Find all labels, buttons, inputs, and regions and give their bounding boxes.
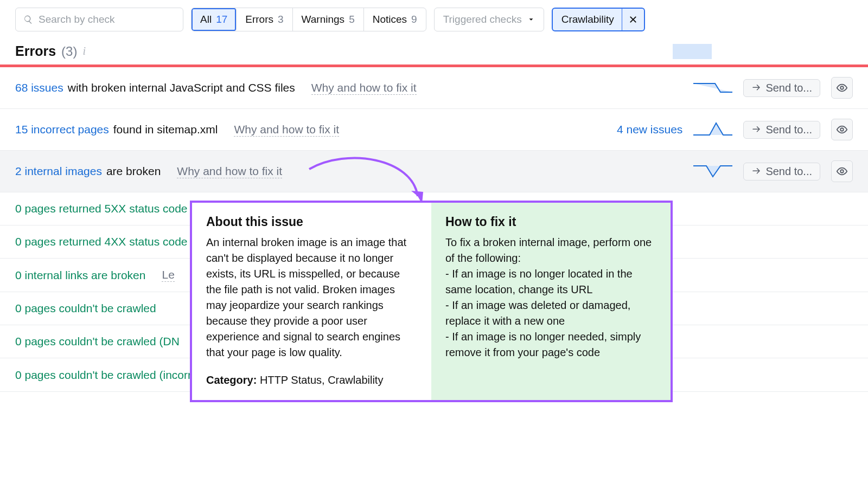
issue-link[interactable]: 0 internal links are broken [15, 269, 145, 282]
info-icon[interactable]: i [82, 45, 86, 57]
issue-details-popover: About this issue An internal broken imag… [190, 201, 673, 392]
popover-about-title: About this issue [206, 215, 417, 229]
share-arrow-icon [751, 166, 761, 176]
eye-icon [836, 124, 848, 136]
send-to-button[interactable]: Send to... [743, 121, 820, 139]
view-button[interactable] [831, 160, 853, 182]
filter-chip-crawlability[interactable]: Crawlability [552, 8, 645, 31]
send-to-button[interactable]: Send to... [743, 79, 820, 97]
issue-text: 68 issueswith broken internal JavaScript… [15, 81, 590, 95]
search-icon [23, 15, 33, 24]
issue-description: found in sitemap.xml [113, 123, 218, 136]
popover-howtofix: How to fix it To fix a broken internal i… [431, 203, 671, 392]
section-count: (3) [61, 44, 77, 59]
tab-errors[interactable]: Errors 3 [237, 8, 292, 31]
popover-fix-item: - If an image is no longer needed, simpl… [445, 329, 656, 360]
svg-point-1 [840, 128, 844, 131]
popover-fix-item: - If an image was deleted or damaged, re… [445, 298, 656, 329]
toolbar: Search by check All 17 Errors 3 Warnings… [0, 0, 868, 41]
why-and-how-link[interactable]: Why and how to fix it [234, 123, 339, 137]
svg-point-2 [840, 170, 844, 173]
search-input[interactable]: Search by check [15, 8, 183, 31]
issue-link[interactable]: 0 pages couldn't be crawled (DN [15, 335, 180, 348]
new-issues-count[interactable]: 4 new issues [601, 123, 682, 136]
issue-description: with broken internal JavaScript and CSS … [68, 81, 295, 94]
popover-fix-title: How to fix it [445, 215, 656, 229]
issue-link[interactable]: 0 pages couldn't be crawled [15, 302, 156, 315]
chevron-down-icon [527, 16, 535, 23]
popover-about: About this issue An internal broken imag… [192, 203, 431, 392]
eye-icon [836, 82, 848, 94]
search-placeholder: Search by check [39, 14, 114, 25]
issue-description: are broken [106, 165, 161, 178]
popover-about-body: An internal broken image is an image tha… [206, 235, 417, 360]
issue-link[interactable]: 0 pages returned 4XX status code [15, 235, 188, 248]
issue-sparkline [693, 121, 732, 138]
popover-category: Category: HTTP Status, Crawlability [206, 372, 417, 388]
tab-warnings[interactable]: Warnings 5 [293, 8, 364, 31]
eye-icon [836, 165, 848, 177]
tab-all[interactable]: All 17 [192, 8, 237, 31]
why-and-how-link[interactable]: Why and how to fix it [177, 165, 282, 178]
popover-fix-item: - If an image is no longer located in th… [445, 266, 656, 298]
view-button[interactable] [831, 77, 853, 99]
issue-row: 68 issueswith broken internal JavaScript… [0, 67, 868, 109]
view-button[interactable] [831, 119, 853, 140]
filter-tabs: All 17 Errors 3 Warnings 5 Notices 9 [191, 8, 426, 31]
section-sparkline [673, 44, 712, 59]
issue-link[interactable]: 15 incorrect pages [15, 123, 109, 136]
share-arrow-icon [751, 83, 761, 93]
share-arrow-icon [751, 125, 761, 134]
issue-text: 15 incorrect pagesfound in sitemap.xmlWh… [15, 123, 590, 137]
issue-row: 2 internal imagesare brokenWhy and how t… [0, 151, 868, 192]
issue-link[interactable]: 68 issues [15, 81, 63, 94]
issue-link[interactable]: 2 internal images [15, 165, 102, 178]
chip-close-button[interactable] [622, 9, 644, 30]
close-icon [629, 15, 637, 24]
popover-fix-intro: To fix a broken internal image, perform … [445, 235, 656, 266]
issue-sparkline [693, 163, 732, 180]
issue-sparkline [693, 79, 732, 96]
section-header: Errors (3) i [0, 41, 868, 65]
why-and-how-link[interactable]: Why and how to fix it [311, 81, 417, 95]
triggered-checks-dropdown[interactable]: Triggered checks [434, 8, 544, 31]
issue-row: 15 incorrect pagesfound in sitemap.xmlWh… [0, 109, 868, 151]
issue-link[interactable]: 0 pages returned 5XX status code [15, 202, 188, 215]
send-to-button[interactable]: Send to... [743, 163, 820, 180]
learn-more-link[interactable]: Le [162, 268, 174, 282]
tab-notices[interactable]: Notices 9 [364, 8, 426, 31]
svg-point-0 [840, 86, 844, 89]
issue-text: 2 internal imagesare brokenWhy and how t… [15, 165, 590, 178]
section-title: Errors [15, 43, 56, 59]
